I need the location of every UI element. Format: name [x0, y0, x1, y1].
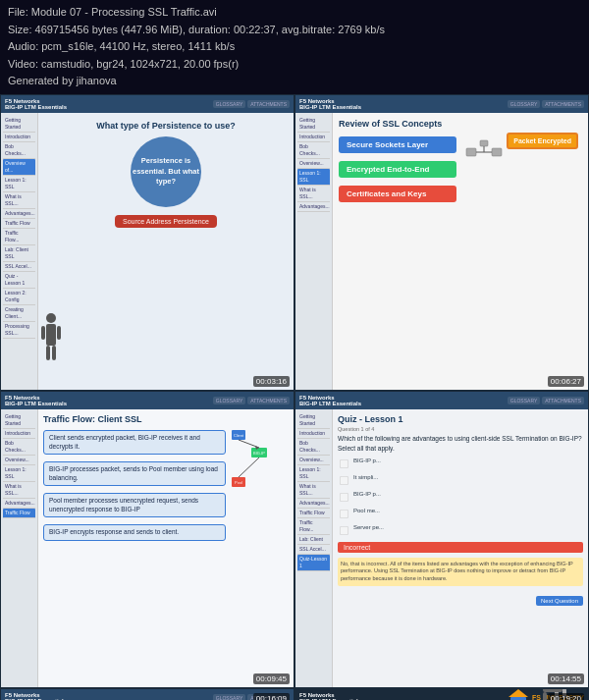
cell4-nav9[interactable]: Traffic Flow...	[297, 518, 330, 535]
cell4-main: Quiz - Lesson 1 Question 1 of 4 Which of…	[333, 409, 588, 687]
header-line1: File: Module 07 - Processing SSL Traffic…	[8, 4, 581, 22]
cell4-option3[interactable]: BIG-IP p...	[338, 491, 583, 504]
cell4-nav7[interactable]: Advantages...	[297, 499, 330, 509]
cell1-source-btn[interactable]: Source Address Persistence	[115, 215, 217, 228]
cell3-nav8[interactable]: Traffic Flow	[3, 509, 35, 518]
cell3-nav5[interactable]: Lesson 1: SSL	[3, 465, 35, 482]
cell2-cert-box: Certificates and Keys	[339, 186, 456, 202]
cell4-tab-attachments[interactable]: ATTACHMENTS	[542, 397, 584, 404]
cell4-option4[interactable]: Pool me...	[338, 508, 583, 520]
svg-rect-7	[492, 148, 502, 156]
person-figure	[40, 312, 62, 370]
cell2-nav1[interactable]: Getting Started	[297, 116, 330, 133]
cell4-tabs: GLOSSARY ATTACHMENTS	[508, 397, 584, 404]
nav-quiz[interactable]: Quiz - Lesson 1	[3, 272, 35, 289]
cell4-checkbox1[interactable]	[340, 459, 348, 468]
cell4-nav6[interactable]: What is SSL...	[297, 482, 330, 499]
video-grid: F5 NetworksBIG-IP LTM Essentials GLOSSAR…	[0, 94, 589, 700]
nav-profile[interactable]: Creating Client...	[3, 305, 35, 322]
cell3-nav4[interactable]: Overview...	[3, 456, 35, 465]
cell2-nav5[interactable]: Lesson 1: SSL	[297, 169, 330, 186]
cell4-checkbox3[interactable]	[340, 493, 348, 502]
cell3-nav7[interactable]: Advantages...	[3, 499, 35, 509]
nav-accel[interactable]: SSL Accel...	[3, 262, 35, 272]
cell2-nav2[interactable]: Introduction	[297, 133, 330, 142]
cell5-timestamp: 00:16:09	[253, 693, 290, 700]
nav-adv-ssl[interactable]: Advantages...	[3, 209, 35, 219]
nav-persistence[interactable]: Overview of...	[3, 159, 35, 176]
cell4-option1-text: BIG-IP p...	[353, 458, 381, 463]
cell4-logo: F5 NetworksBIG-IP LTM Essentials	[299, 395, 361, 406]
cell4-nav3[interactable]: Bob Checks...	[297, 439, 330, 456]
svg-text:BIG-IP: BIG-IP	[253, 451, 265, 456]
cell-quiz: F5 NetworksBIG-IP LTM Essentials GLOSSAR…	[294, 391, 589, 688]
cell3-nav2[interactable]: Introduction	[3, 429, 35, 439]
header-line2: Size: 469715456 bytes (447.96 MiB), dura…	[8, 22, 581, 39]
nav-traffic-server[interactable]: Traffic Flow...	[3, 229, 35, 245]
cell2-nav7[interactable]: Advantages...	[297, 202, 330, 212]
cell3-tab-attachments[interactable]: ATTACHMENTS	[247, 397, 290, 404]
cell1-nav: Getting Started Introduction Bob Checks.…	[1, 113, 38, 391]
cell4-nav12[interactable]: Quiz-Lesson 1	[297, 555, 330, 571]
nav-review[interactable]: Processing SSL...	[3, 322, 35, 339]
cell2-encrypted-box: Encrypted End-to-End	[339, 161, 456, 178]
cell4-option5[interactable]: Server pe...	[338, 524, 583, 537]
cell3-main: Traffic Flow: Client SSL Client sends en…	[38, 409, 294, 687]
nav-traffic-client[interactable]: Traffic Flow	[3, 219, 35, 229]
cell3-nav3[interactable]: Bob Checks...	[3, 439, 35, 456]
nav-lab-ssl[interactable]: Lab: Client SSL	[3, 245, 35, 262]
cell4-nav10[interactable]: Lab: Client	[297, 535, 330, 545]
cell4-next-btn[interactable]: Next Question	[536, 596, 583, 606]
cell2-title: Review of SSL Concepts	[339, 119, 582, 129]
cell4-option1[interactable]: BIG-IP p...	[338, 458, 583, 470]
cell2-tab-glossary[interactable]: GLOSSARY	[508, 100, 540, 108]
svg-text:Client: Client	[234, 433, 244, 438]
cell3-nav1[interactable]: Getting Started	[3, 412, 35, 429]
cell4-nav4[interactable]: Overview...	[297, 456, 330, 465]
network-icon	[464, 138, 504, 168]
cell1-title: What type of Persistence to use?	[96, 121, 236, 131]
cell2-nav6[interactable]: What is SSL...	[297, 186, 330, 202]
cell4-checkbox5[interactable]	[340, 526, 348, 535]
cell4-nav5[interactable]: Lesson 1: SSL	[297, 465, 330, 482]
cell3-nav6[interactable]: What is SSL...	[3, 482, 35, 499]
cell2-nav3[interactable]: Bob Checks...	[297, 142, 330, 159]
nav-config[interactable]: Lesson 2: Config	[3, 289, 35, 305]
cell2-nav4[interactable]: Overview...	[297, 159, 330, 169]
nav-bob[interactable]: Bob Checks...	[3, 142, 35, 159]
cell4-tab-glossary[interactable]: GLOSSARY	[508, 397, 540, 404]
cell5-tab-glossary[interactable]: GLOSSARY	[213, 694, 245, 700]
nav-intro[interactable]: Introduction	[3, 133, 35, 142]
cell6-timestamp: 00:19:20	[548, 693, 584, 700]
svg-marker-21	[509, 689, 528, 697]
cell4-nav1[interactable]: Getting Started	[297, 412, 330, 429]
cell4-nav11[interactable]: SSL Accel...	[297, 545, 330, 555]
cell1-header: F5 NetworksBIG-IP LTM Essentials GLOSSAR…	[1, 95, 294, 113]
svg-rect-5	[57, 326, 61, 340]
cell4-option3-text: BIG-IP p...	[353, 491, 381, 497]
nav-ssl-bigip[interactable]: Lesson 1: SSL	[3, 176, 35, 192]
cell1-tabs: GLOSSARY ATTACHMENTS	[213, 100, 290, 108]
cell4-nav8[interactable]: Traffic Flow	[297, 509, 330, 518]
nav-getting-started[interactable]: Getting Started	[3, 116, 35, 133]
nav-ssl-term[interactable]: What is SSL...	[3, 192, 35, 209]
cell4-checkbox2[interactable]	[340, 476, 348, 485]
header-line4: Video: camstudio, bgr24, 1024x721, 20.00…	[8, 56, 581, 74]
cell2-main: Review of SSL Concepts Secure Sockets La…	[333, 113, 588, 391]
cell4-checkbox4[interactable]	[340, 510, 348, 518]
cell3-flow3: Pool member processes unencrypted reques…	[43, 493, 226, 517]
cell2-tab-attachments[interactable]: ATTACHMENTS	[542, 100, 584, 108]
cell4-option2[interactable]: It simpli...	[338, 474, 583, 487]
svg-text:Pool: Pool	[235, 480, 242, 485]
svg-line-18	[239, 458, 259, 477]
cell6-logo: F5 NetworksBIG-IP LTM Essentials	[299, 692, 361, 700]
cell4-option4-text: Pool me...	[353, 508, 380, 513]
cell4-nav2[interactable]: Introduction	[297, 429, 330, 439]
svg-rect-1	[46, 324, 56, 346]
cell3-tab-glossary[interactable]: GLOSSARY	[213, 397, 245, 404]
cell1-tab-attachments[interactable]: ATTACHMENTS	[247, 100, 290, 108]
svg-rect-6	[466, 148, 476, 156]
cell1-tab-glossary[interactable]: GLOSSARY	[213, 100, 245, 108]
cell1-main: What type of Persistence to use? Persist…	[38, 113, 294, 391]
cell4-incorrect-badge: Incorrect	[338, 542, 583, 553]
